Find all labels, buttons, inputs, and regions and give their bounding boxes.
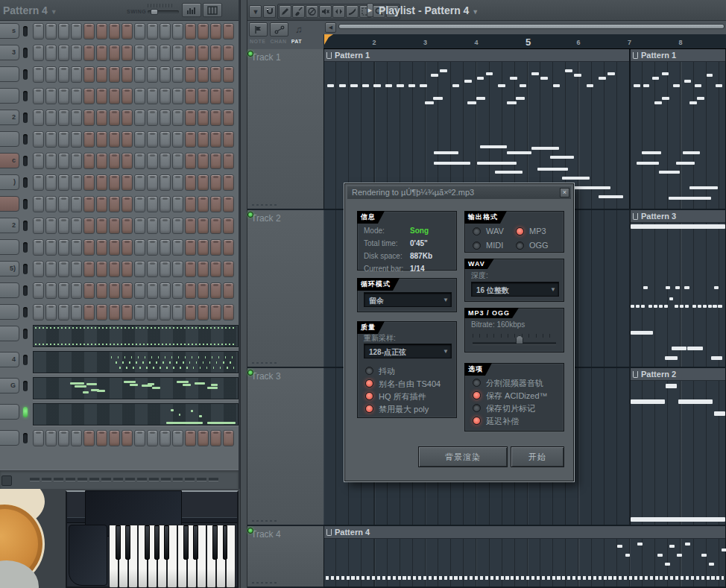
step-button[interactable] bbox=[134, 88, 145, 104]
step-button[interactable] bbox=[83, 239, 95, 256]
step-button[interactable] bbox=[109, 430, 120, 446]
step-button[interactable] bbox=[185, 304, 196, 320]
step-button[interactable] bbox=[172, 430, 183, 446]
step-button[interactable] bbox=[223, 282, 234, 299]
step-button[interactable] bbox=[83, 261, 95, 277]
radio-led[interactable] bbox=[516, 227, 524, 235]
step-button[interactable] bbox=[134, 153, 145, 169]
step-button[interactable] bbox=[45, 66, 57, 83]
track-led[interactable] bbox=[247, 212, 253, 218]
step-button[interactable] bbox=[45, 239, 57, 256]
channel-button[interactable] bbox=[0, 326, 19, 341]
step-button[interactable] bbox=[160, 304, 171, 320]
step-button[interactable] bbox=[223, 430, 234, 446]
step-button[interactable] bbox=[210, 239, 221, 256]
piano-black-key[interactable] bbox=[154, 525, 160, 560]
step-button[interactable] bbox=[58, 174, 69, 191]
step-button[interactable] bbox=[45, 131, 57, 148]
step-button[interactable] bbox=[147, 131, 158, 148]
step-button[interactable] bbox=[185, 218, 196, 234]
track-header[interactable]: Track 4 bbox=[247, 526, 323, 588]
step-button[interactable] bbox=[172, 282, 183, 299]
step-button[interactable] bbox=[96, 23, 107, 39]
step-button[interactable] bbox=[134, 131, 145, 148]
step-button[interactable] bbox=[71, 261, 82, 277]
track-lane[interactable]: Pattern 4 bbox=[323, 526, 726, 588]
step-button[interactable] bbox=[109, 23, 120, 39]
step-button[interactable] bbox=[58, 153, 69, 169]
step-button[interactable] bbox=[160, 45, 171, 61]
channel-button[interactable] bbox=[0, 430, 19, 446]
mode-label-chan[interactable]: CHAN bbox=[270, 39, 286, 44]
step-button[interactable] bbox=[71, 304, 82, 320]
step-button[interactable] bbox=[198, 45, 209, 61]
step-button[interactable] bbox=[71, 153, 82, 169]
channel-led[interactable] bbox=[23, 156, 28, 166]
step-button[interactable] bbox=[134, 430, 145, 446]
step-button[interactable] bbox=[109, 282, 120, 299]
step-button[interactable] bbox=[33, 45, 44, 61]
step-button[interactable] bbox=[58, 430, 69, 446]
channel-led[interactable] bbox=[23, 433, 28, 443]
clip-titlebar[interactable]: Pattern 1 bbox=[631, 49, 725, 62]
step-button[interactable] bbox=[160, 239, 171, 256]
channel-button[interactable]: 3 bbox=[0, 45, 19, 60]
step-button[interactable] bbox=[172, 131, 183, 148]
slip-tool-button[interactable] bbox=[332, 5, 345, 18]
step-button[interactable] bbox=[147, 88, 158, 104]
pattern-clip[interactable]: Pattern 3 bbox=[630, 210, 726, 367]
channel-button[interactable]: 5) bbox=[0, 261, 19, 276]
step-button[interactable] bbox=[134, 23, 145, 39]
step-button[interactable] bbox=[223, 153, 234, 169]
rack-footer-button[interactable] bbox=[1, 475, 12, 486]
step-button[interactable] bbox=[223, 218, 234, 234]
paint-tool-button[interactable] bbox=[292, 5, 305, 18]
scroll-left-button[interactable]: ◀ bbox=[325, 22, 336, 33]
step-button[interactable] bbox=[121, 174, 133, 191]
step-button[interactable] bbox=[198, 23, 209, 39]
step-button[interactable] bbox=[172, 88, 183, 104]
channel-led[interactable] bbox=[23, 381, 28, 391]
playlist-timeline[interactable]: 2345678 bbox=[323, 34, 726, 49]
channel-led[interactable] bbox=[23, 264, 28, 274]
piano-white-key[interactable] bbox=[138, 525, 148, 588]
option-led[interactable] bbox=[473, 404, 481, 412]
radio-led[interactable] bbox=[473, 227, 481, 235]
step-button[interactable] bbox=[147, 218, 158, 234]
step-button[interactable] bbox=[210, 261, 221, 277]
step-button[interactable] bbox=[198, 239, 209, 256]
piano-keyboard[interactable] bbox=[109, 525, 236, 588]
step-button[interactable] bbox=[96, 110, 107, 126]
step-button[interactable] bbox=[198, 304, 209, 320]
quality-option[interactable]: HQ 所有插件 bbox=[365, 391, 455, 403]
step-button[interactable] bbox=[58, 218, 69, 234]
piano-white-key[interactable] bbox=[109, 525, 119, 588]
automation-tool-button[interactable] bbox=[270, 22, 288, 37]
page-dash[interactable] bbox=[149, 478, 159, 481]
step-button[interactable] bbox=[210, 88, 221, 104]
step-button[interactable] bbox=[83, 153, 95, 169]
channel-led[interactable] bbox=[23, 242, 28, 253]
step-button[interactable] bbox=[121, 282, 133, 299]
option-led[interactable] bbox=[365, 405, 373, 413]
step-button[interactable] bbox=[147, 304, 158, 320]
step-button[interactable] bbox=[71, 282, 82, 299]
step-button[interactable] bbox=[185, 282, 196, 299]
wav-depth-dropdown[interactable]: 16 位整数▼ bbox=[471, 282, 559, 297]
step-button[interactable] bbox=[45, 282, 57, 299]
resample-dropdown[interactable]: 128-点正弦▼ bbox=[364, 344, 452, 358]
step-button[interactable] bbox=[210, 131, 221, 148]
page-dash[interactable] bbox=[54, 478, 63, 481]
step-button[interactable] bbox=[147, 430, 158, 446]
step-button[interactable] bbox=[109, 66, 120, 83]
hscroll-handle[interactable] bbox=[338, 24, 725, 29]
channel-led[interactable] bbox=[23, 26, 28, 37]
step-button[interactable] bbox=[33, 430, 44, 446]
step-button[interactable] bbox=[210, 218, 221, 234]
dropdown-tool-button[interactable]: ▼ bbox=[249, 5, 262, 18]
page-dash[interactable] bbox=[113, 478, 123, 481]
step-button[interactable] bbox=[58, 110, 69, 126]
page-dash[interactable] bbox=[101, 478, 111, 481]
pattern-clip[interactable]: Pattern 1 bbox=[630, 49, 726, 209]
channel-button[interactable] bbox=[0, 304, 19, 320]
